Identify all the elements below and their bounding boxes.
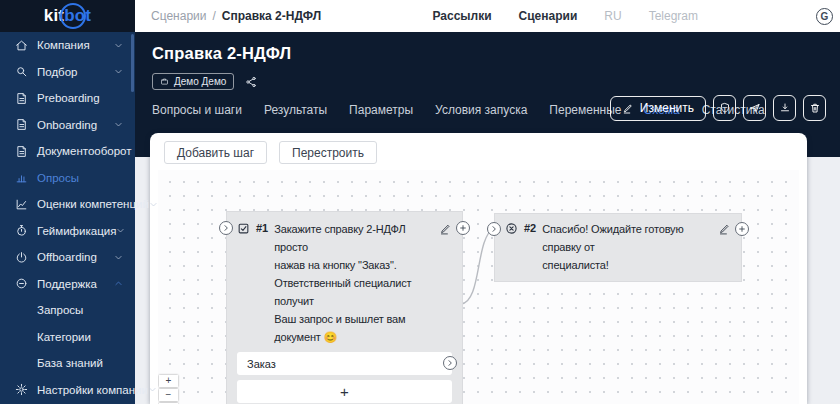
flow-canvas[interactable]: #1 Закажите справку 2-НДФЛ просто нажав …: [158, 170, 799, 404]
zoom-in-button[interactable]: +: [159, 375, 178, 387]
sidebar-item-label: Оценки компетенций: [37, 198, 149, 210]
sidebar-item-dokumentooborot[interactable]: Документооборот: [0, 138, 135, 165]
header-actions: Изменить: [610, 95, 826, 121]
sidebar-item-label: Компания: [37, 39, 90, 51]
tab-parametry[interactable]: Параметры: [349, 103, 413, 117]
breadcrumb-current: Справка 2-НДФЛ: [222, 9, 321, 23]
account-avatar[interactable]: G: [816, 8, 833, 25]
briefcase-icon: [160, 77, 169, 86]
sidebar-item-baza-znanij[interactable]: База знаний: [0, 350, 135, 377]
shield-icon: [719, 102, 731, 114]
plus-icon: [738, 225, 746, 233]
sidebar-item-label: База знаний: [37, 357, 103, 369]
download-icon: [779, 102, 791, 114]
sidebar-item-offboarding[interactable]: Offboarding: [0, 244, 135, 271]
chevron-down-icon: [114, 253, 123, 262]
sidebar-item-kategorii[interactable]: Категории: [0, 324, 135, 351]
tab-voprosy-i-shagi[interactable]: Вопросы и шаги: [152, 103, 242, 117]
node1-number: #1: [256, 222, 268, 234]
sidebar-item-podbor[interactable]: Подбор: [0, 59, 135, 86]
sidebar-item-label: Поддержка: [37, 278, 97, 290]
sidebar-item-label: Опросы: [37, 172, 79, 184]
send-icon: [749, 102, 761, 114]
sidebar-item-onboarding[interactable]: Onboarding: [0, 112, 135, 139]
sidebar-item-label: Геймификация: [37, 225, 116, 237]
sidebar-item-podderzhka[interactable]: Поддержка: [0, 271, 135, 298]
trash-icon: [809, 102, 821, 114]
chevron-down-icon: [149, 200, 158, 209]
breadcrumb: Сценарии / Справка 2-НДФЛ: [151, 9, 321, 23]
close-circle-icon: [505, 222, 518, 235]
edit-pen-icon[interactable]: [718, 222, 731, 235]
home-icon: [15, 39, 28, 52]
breadcrumb-separator: /: [212, 9, 215, 23]
delete-button[interactable]: [803, 95, 826, 121]
main-content: Справка 2-НДФЛ Демо Демо Вопросы и шагиР…: [135, 32, 840, 404]
flow-node-2[interactable]: #2 Спасибо! Ожидайте готовую справку от …: [494, 213, 742, 282]
gear-icon: [15, 383, 28, 396]
sidebar-item-label: Onboarding: [37, 119, 97, 131]
document-icon: [15, 145, 28, 158]
sidebar-item-label: Offboarding: [37, 251, 97, 263]
sidebar-item-nastrojki-kompanii[interactable]: Настройки компании: [0, 377, 135, 404]
edit-pen-icon[interactable]: [439, 222, 452, 235]
top-menu-scenarii[interactable]: Сценарии: [519, 9, 578, 23]
top-bar: kitbot Сценарии / Справка 2-НДФЛ Рассылк…: [0, 0, 840, 32]
node2-number: #2: [524, 222, 536, 234]
top-menu-telegram[interactable]: Telegram: [649, 9, 698, 23]
top-menu-rassylki[interactable]: Рассылки: [432, 9, 491, 23]
node2-header: #2 Спасибо! Ожидайте готовую справку от …: [505, 220, 731, 274]
chevron-up-icon: [114, 279, 123, 288]
chevron-down-icon: [114, 67, 123, 76]
node2-add-port[interactable]: [735, 222, 749, 236]
chevron-right-icon: [222, 224, 230, 232]
page-title: Справка 2-НДФЛ: [152, 44, 291, 63]
send-button[interactable]: [743, 95, 766, 121]
node1-answer-button[interactable]: Заказ: [237, 352, 452, 375]
node1-input-port[interactable]: [219, 221, 233, 235]
power-icon: [15, 251, 28, 264]
zoom-out-button[interactable]: −: [159, 389, 178, 401]
rebuild-button[interactable]: Перестроить: [279, 141, 377, 164]
breadcrumb-scenarios-link[interactable]: Сценарии: [151, 9, 206, 23]
sidebar-item-preboarding[interactable]: Preboarding: [0, 85, 135, 112]
sidebar-item-zaprosy[interactable]: Запросы: [0, 297, 135, 324]
plus-icon: [459, 224, 467, 232]
logo-text-bot: bot: [64, 6, 91, 26]
edit-button[interactable]: Изменить: [610, 96, 706, 121]
top-menu-ru[interactable]: RU: [604, 9, 621, 23]
flow-node-1[interactable]: #1 Закажите справку 2-НДФЛ просто нажав …: [226, 211, 463, 404]
sidebar-item-label: Запросы: [37, 304, 83, 316]
chevron-right-icon: [446, 359, 454, 367]
add-step-button[interactable]: Добавить шаг: [164, 141, 267, 164]
chevron-down-icon: [114, 120, 123, 129]
sidebar-item-oprosy[interactable]: Опросы: [0, 165, 135, 192]
owner-badge: Демо Демо: [152, 73, 234, 90]
schema-card: Добавить шаг Перестроить #1 Закажите спр…: [150, 133, 807, 404]
pen-icon: [622, 102, 634, 114]
sidebar-item-kompaniya[interactable]: Компания: [0, 32, 135, 59]
node2-input-port[interactable]: [487, 222, 501, 236]
download-button[interactable]: [773, 95, 796, 121]
tab-usloviya-zapuska[interactable]: Условия запуска: [435, 103, 527, 117]
share-icon[interactable]: [245, 76, 257, 88]
shield-button[interactable]: [713, 95, 736, 121]
sidebar: КомпанияПодборPreboardingOnboardingДокум…: [0, 32, 135, 404]
sidebar-scrollbar[interactable]: [131, 34, 134, 92]
support-icon: [15, 277, 28, 290]
node1-header: #1 Закажите справку 2-НДФЛ просто нажав …: [237, 220, 452, 346]
answer-output-port[interactable]: [443, 356, 457, 370]
node1-button-rows: Заказ: [237, 352, 452, 375]
tab-rezultaty[interactable]: Результаты: [264, 103, 327, 117]
node1-text: Закажите справку 2-НДФЛ просто нажав на …: [274, 220, 430, 346]
sidebar-item-ocenki-kompetencij[interactable]: Оценки компетенций: [0, 191, 135, 218]
app-window: kitbot Сценарии / Справка 2-НДФЛ Рассылк…: [0, 0, 840, 404]
node2-text: Спасибо! Ожидайте готовую справку от спе…: [542, 220, 709, 274]
chevron-right-icon: [490, 225, 498, 233]
kitbot-logo[interactable]: kitbot: [0, 0, 135, 32]
node1-add-button-row[interactable]: +: [237, 380, 452, 403]
bar-chart-icon: [15, 171, 28, 184]
sidebar-item-gejmifikaciya[interactable]: Геймификация: [0, 218, 135, 245]
chevron-down-icon: [148, 385, 157, 394]
node1-add-port[interactable]: [456, 221, 470, 235]
